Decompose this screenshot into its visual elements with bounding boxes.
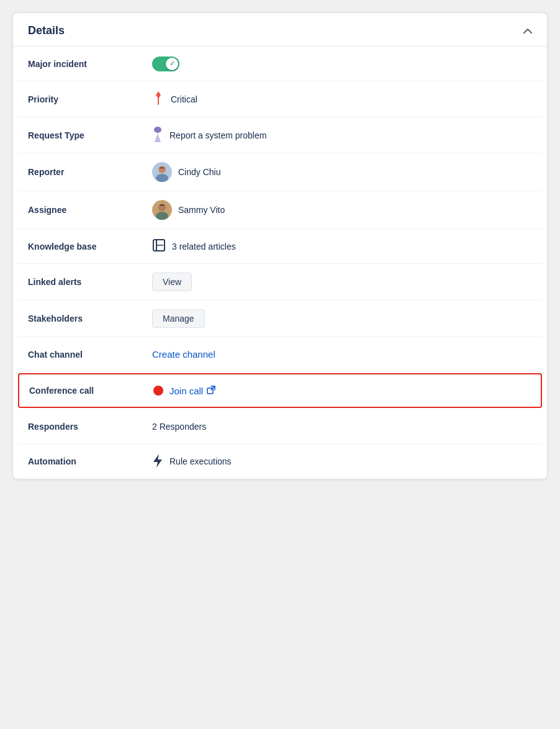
value-major-incident: ✓	[152, 57, 179, 71]
external-link-icon	[207, 386, 215, 396]
avatar-cindy	[152, 162, 172, 182]
create-channel-link[interactable]: Create channel	[152, 349, 215, 360]
label-priority: Priority	[28, 94, 152, 104]
value-conference-call: Join call	[153, 386, 215, 396]
book-icon	[152, 238, 166, 254]
assignee-name: Sammy Vito	[178, 205, 225, 215]
request-type-icon	[152, 126, 163, 144]
reporter-name: Cindy Chiu	[178, 167, 220, 177]
label-request-type: Request Type	[28, 130, 152, 140]
lightning-icon	[152, 453, 163, 470]
value-reporter: Cindy Chiu	[152, 162, 220, 182]
card-header: Details	[13, 13, 547, 47]
row-priority: Priority Critical	[18, 81, 542, 117]
row-knowledge-base: Knowledge base 3 related articles	[18, 229, 542, 264]
row-stakeholders: Stakeholders Manage	[18, 301, 542, 337]
value-stakeholders: Manage	[152, 309, 205, 328]
label-linked-alerts: Linked alerts	[28, 277, 152, 287]
priority-value: Critical	[171, 94, 197, 104]
row-chat-channel: Chat channel Create channel	[18, 337, 542, 372]
svg-point-1	[154, 127, 161, 133]
collapse-icon[interactable]	[523, 26, 532, 36]
label-reporter: Reporter	[28, 167, 152, 177]
row-assignee: Assignee Sammy Vito	[18, 191, 542, 229]
label-responders: Responders	[28, 422, 152, 432]
label-assignee: Assignee	[28, 205, 152, 215]
row-automation: Automation Rule executions	[18, 444, 542, 479]
automation-value: Rule executions	[169, 456, 232, 466]
red-dot-icon	[153, 386, 163, 396]
label-automation: Automation	[28, 456, 152, 466]
value-responders: 2 Responders	[152, 422, 206, 432]
value-automation: Rule executions	[152, 453, 232, 470]
knowledge-base-value: 3 related articles	[172, 242, 236, 251]
row-reporter: Reporter Cindy Chiu	[18, 153, 542, 191]
responders-value: 2 Responders	[152, 422, 206, 432]
avatar-sammy	[152, 200, 172, 220]
label-conference-call: Conference call	[29, 386, 153, 396]
value-assignee: Sammy Vito	[152, 200, 225, 220]
label-knowledge-base: Knowledge base	[28, 242, 152, 251]
view-button[interactable]: View	[152, 273, 192, 291]
value-request-type: Report a system problem	[152, 126, 266, 144]
flag-icon	[152, 90, 165, 108]
label-major-incident: Major incident	[28, 59, 152, 69]
value-knowledge-base: 3 related articles	[152, 238, 236, 254]
details-table: Major incident ✓ Priority Criti	[13, 47, 547, 479]
row-responders: Responders 2 Responders	[18, 409, 542, 444]
manage-button[interactable]: Manage	[152, 309, 205, 328]
svg-rect-0	[158, 97, 159, 105]
label-stakeholders: Stakeholders	[28, 314, 152, 324]
row-request-type: Request Type Report a system problem	[18, 117, 542, 153]
row-major-incident: Major incident ✓	[18, 47, 542, 81]
join-call-link[interactable]: Join call	[169, 386, 215, 396]
toggle-knob: ✓	[166, 58, 178, 70]
label-chat-channel: Chat channel	[28, 350, 152, 360]
details-card: Details Major incident ✓ Priority	[12, 12, 548, 479]
value-linked-alerts: View	[152, 273, 192, 291]
value-priority: Critical	[152, 90, 197, 108]
card-title: Details	[28, 24, 65, 37]
svg-marker-2	[155, 134, 161, 142]
row-linked-alerts: Linked alerts View	[18, 264, 542, 301]
row-conference-call: Conference call Join call	[18, 373, 542, 408]
major-incident-toggle[interactable]: ✓	[152, 57, 179, 71]
value-chat-channel: Create channel	[152, 349, 215, 360]
request-type-value: Report a system problem	[169, 130, 266, 140]
